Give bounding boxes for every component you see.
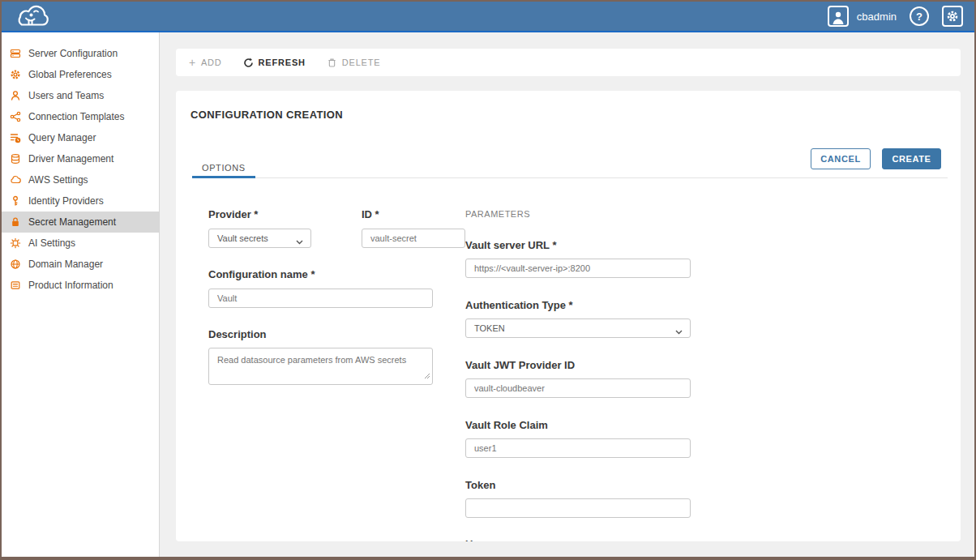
sidebar-item-domain-manager[interactable]: Domain Manager xyxy=(2,254,159,275)
cloudbeaver-logo-icon xyxy=(11,3,54,29)
gear-icon xyxy=(10,69,21,80)
vault-role-claim-input[interactable] xyxy=(465,438,691,458)
globe-icon xyxy=(10,259,21,270)
question-mark-icon: ? xyxy=(916,11,922,23)
authentication-type-select[interactable]: TOKEN xyxy=(465,318,691,338)
trash-icon xyxy=(327,58,337,68)
token-label: Token xyxy=(465,479,495,491)
sidebar-item-identity-providers[interactable]: Identity Providers xyxy=(2,190,159,212)
create-button[interactable]: CREATE xyxy=(882,148,941,169)
configuration-name-label: Configuration name * xyxy=(208,268,315,280)
sidebar-item-label: AWS Settings xyxy=(28,174,88,186)
sidebar-item-driver-management[interactable]: Driver Management xyxy=(2,148,159,169)
cloud-icon xyxy=(10,174,21,186)
id-label: ID * xyxy=(362,208,379,220)
sidebar-item-ai-settings[interactable]: AI Settings xyxy=(2,233,159,254)
app-window: cbadmin ? Server Configuration Glo xyxy=(0,0,976,560)
refresh-icon xyxy=(243,58,254,68)
add-button[interactable]: + ADD xyxy=(189,57,222,68)
resize-handle-icon[interactable] xyxy=(424,368,430,383)
plus-icon: + xyxy=(189,57,196,68)
sidebar-item-label: Connection Templates xyxy=(28,111,125,122)
sidebar-item-label: Domain Manager xyxy=(28,259,103,270)
chevron-down-icon xyxy=(675,327,683,336)
user-icon xyxy=(10,90,21,101)
sidebar-item-label: Users and Teams xyxy=(28,90,104,101)
sidebar-item-secret-management[interactable]: Secret Management xyxy=(2,212,159,233)
provider-select[interactable]: Vault secrets xyxy=(208,229,311,248)
sidebar-item-label: Server Configuration xyxy=(28,48,118,59)
tabs-divider xyxy=(192,177,948,178)
vault-server-url-label: Vault server URL * xyxy=(465,239,556,251)
settings-button[interactable] xyxy=(942,6,963,27)
parameters-section-label: PARAMETERS xyxy=(465,209,530,219)
sidebar-item-connection-templates[interactable]: Connection Templates xyxy=(2,106,159,127)
sidebar-item-users-and-teams[interactable]: Users and Teams xyxy=(2,85,159,106)
connections-icon xyxy=(10,111,21,122)
user-name: cbadmin xyxy=(857,11,897,23)
items-toolbar: + ADD REFRESH DELETE xyxy=(176,49,961,76)
vault-jwt-provider-id-input[interactable] xyxy=(465,378,691,398)
main-row: Server Configuration Global Preferences … xyxy=(2,32,974,557)
description-textarea[interactable]: Read datasource parameters from AWS secr… xyxy=(208,348,433,385)
tab-options[interactable]: OPTIONS xyxy=(192,163,255,178)
username-label: Username xyxy=(465,538,516,541)
provider-label: Provider * xyxy=(208,208,258,220)
lock-icon xyxy=(10,216,21,228)
vault-jwt-provider-id-label: Vault JWT Provider ID xyxy=(465,359,575,371)
panel-title: CONFIGURATION CREATION xyxy=(190,109,343,121)
avatar-icon xyxy=(828,6,849,27)
sidebar-item-query-manager[interactable]: Query Manager xyxy=(2,127,159,148)
id-input[interactable] xyxy=(362,229,465,248)
chip-icon xyxy=(10,237,21,249)
sidebar-item-aws-settings[interactable]: AWS Settings xyxy=(2,169,159,190)
configuration-creation-panel: CONFIGURATION CREATION CANCEL CREATE OPT… xyxy=(176,91,961,541)
vault-server-url-input[interactable] xyxy=(465,259,691,278)
sidebar-item-label: AI Settings xyxy=(28,237,75,249)
refresh-button[interactable]: REFRESH xyxy=(243,58,306,68)
key-icon xyxy=(10,195,21,207)
chevron-down-icon xyxy=(296,237,303,246)
account-button[interactable]: cbadmin xyxy=(828,6,897,27)
vault-role-claim-label: Vault Role Claim xyxy=(465,419,548,431)
sidebar-item-label: Secret Management xyxy=(28,216,116,228)
sidebar-item-product-information[interactable]: Product Information xyxy=(2,275,159,296)
top-bar-actions: cbadmin ? xyxy=(828,6,963,27)
sidebar-item-label: Query Manager xyxy=(28,132,96,143)
description-label: Description xyxy=(208,328,267,340)
delete-button[interactable]: DELETE xyxy=(327,58,381,68)
query-history-icon xyxy=(10,132,21,143)
info-document-icon xyxy=(10,280,21,291)
panel-actions: CANCEL CREATE xyxy=(811,148,941,169)
cancel-button[interactable]: CANCEL xyxy=(811,148,871,169)
token-input[interactable] xyxy=(465,498,691,518)
sidebar-item-label: Driver Management xyxy=(28,153,113,165)
sidebar-item-global-preferences[interactable]: Global Preferences xyxy=(2,64,159,85)
sidebar-item-label: Identity Providers xyxy=(28,195,104,207)
server-icon xyxy=(10,48,21,59)
admin-sidebar: Server Configuration Global Preferences … xyxy=(2,32,160,557)
description-field-wrapper: Read datasource parameters from AWS secr… xyxy=(208,348,433,385)
sidebar-item-label: Product Information xyxy=(28,280,113,291)
gear-icon xyxy=(946,10,959,23)
help-button[interactable]: ? xyxy=(910,6,929,26)
sidebar-item-server-configuration[interactable]: Server Configuration xyxy=(2,43,159,64)
authentication-type-label: Authentication Type * xyxy=(465,299,573,311)
database-icon xyxy=(10,153,21,165)
sidebar-item-label: Global Preferences xyxy=(28,69,112,80)
content-area: + ADD REFRESH DELETE CONFIGURATION CREAT… xyxy=(160,32,974,557)
configuration-name-input[interactable] xyxy=(208,289,433,308)
top-bar: cbadmin ? xyxy=(2,2,974,32)
